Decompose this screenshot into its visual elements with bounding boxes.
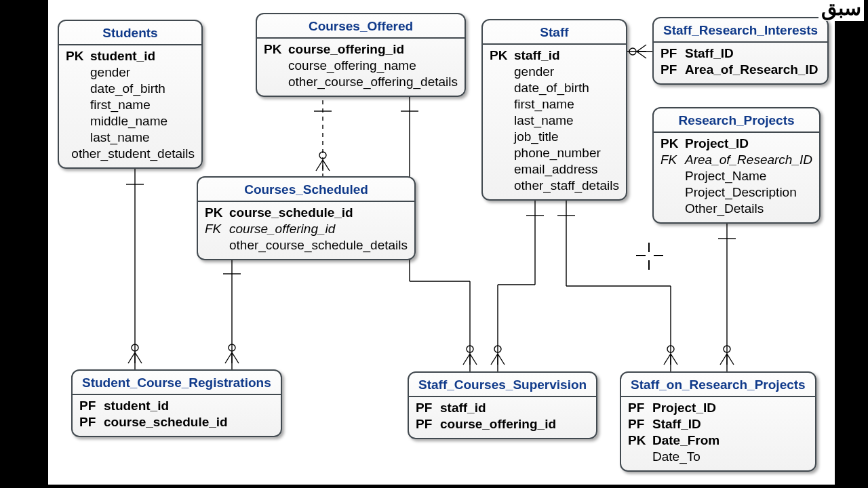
key-label [490, 113, 509, 129]
attribute-name: other_student_details [71, 146, 195, 162]
attribute-row: gender [490, 64, 619, 80]
attribute-name: Project_ID [652, 400, 716, 416]
entity-title: Staff_Courses_Supervision [409, 373, 596, 397]
key-label [490, 145, 509, 161]
crosshair-cursor-icon [636, 243, 663, 270]
key-label: PF [416, 400, 435, 416]
attribute-row: FKArea_of_Research_ID [660, 152, 812, 168]
attribute-row: phone_number [490, 145, 619, 161]
attribute-name: course_offering_id [229, 221, 335, 237]
key-label [490, 80, 509, 96]
svg-point-8 [319, 152, 326, 159]
entity-staff-courses-supervision[interactable]: Staff_Courses_Supervision PFstaff_idPFco… [408, 371, 597, 439]
entity-student-course-registrations[interactable]: Student_Course_Registrations PFstudent_i… [71, 369, 282, 437]
key-label: PF [628, 416, 647, 432]
attribute-row: last_name [490, 113, 619, 129]
entity-staff-research-interests[interactable]: Staff_Research_Interests PFStaff_IDPFAre… [652, 17, 829, 85]
attribute-row: PKstaff_id [490, 47, 619, 64]
key-label [205, 237, 224, 253]
svg-point-23 [667, 346, 674, 352]
key-label [490, 64, 509, 80]
key-label: FK [660, 152, 679, 168]
key-label: PK [205, 205, 224, 221]
attribute-row: other_staff_details [490, 178, 619, 194]
attribute-row: other_student_details [66, 146, 195, 162]
attribute-name: last_name [90, 129, 150, 146]
attribute-name: course_schedule_id [229, 205, 353, 221]
entity-title: Courses_Offered [257, 14, 465, 39]
svg-point-5 [229, 344, 235, 351]
attribute-row: PKstudent_id [66, 48, 195, 64]
key-label [660, 168, 679, 184]
attribute-row: other_course_offering_details [264, 74, 458, 90]
attribute-name: date_of_birth [514, 80, 589, 96]
attribute-row: last_name [66, 129, 195, 146]
attribute-row: Project_Description [660, 184, 812, 201]
attribute-name: course_schedule_id [104, 414, 228, 430]
attribute-name: email_address [514, 161, 598, 178]
key-label [660, 201, 679, 217]
entity-title: Students [59, 21, 201, 45]
attribute-row: first_name [490, 96, 619, 113]
attribute-row: gender [66, 64, 195, 81]
entity-staff[interactable]: Staff PKstaff_idgenderdate_of_birthfirst… [481, 19, 627, 201]
attribute-name: course_offering_id [288, 41, 404, 58]
attribute-name: course_offering_name [288, 58, 416, 74]
key-label: PK [264, 41, 283, 58]
key-label: PF [660, 45, 679, 62]
attribute-name: gender [514, 64, 554, 80]
key-label: PF [79, 414, 98, 430]
attribute-row: first_name [66, 97, 195, 113]
attribute-row: job_title [490, 129, 619, 145]
attribute-name: staff_id [440, 400, 486, 416]
attribute-row: PFstaff_id [416, 400, 589, 416]
attribute-name: first_name [514, 96, 574, 113]
attribute-name: first_name [90, 97, 151, 113]
attribute-row: PKcourse_offering_id [264, 41, 458, 58]
attribute-row: middle_name [66, 113, 195, 129]
key-label: PK [66, 48, 85, 64]
attribute-row: Date_To [628, 449, 808, 465]
key-label [264, 74, 283, 90]
svg-point-26 [724, 346, 730, 352]
watermark: سبق [818, 0, 864, 21]
key-label [264, 58, 283, 74]
attribute-name: middle_name [90, 113, 167, 129]
attribute-name: job_title [514, 129, 559, 145]
entity-courses-offered[interactable]: Courses_Offered PKcourse_offering_idcour… [256, 13, 466, 97]
key-label [66, 97, 85, 113]
attribute-name: student_id [90, 48, 155, 64]
key-label [490, 96, 509, 113]
key-label: FK [205, 221, 224, 237]
entity-research-projects[interactable]: Research_Projects PKProject_IDFKArea_of_… [652, 107, 821, 224]
attribute-name: Project_ID [685, 136, 749, 152]
key-label [66, 64, 85, 81]
attribute-name: last_name [514, 113, 574, 129]
svg-point-2 [132, 344, 138, 351]
entity-staff-on-research-projects[interactable]: Staff_on_Research_Projects PFProject_IDP… [620, 371, 816, 472]
attribute-row: PKProject_ID [660, 136, 812, 152]
attribute-name: other_course_schedule_details [229, 237, 408, 253]
attribute-row: FKcourse_offering_id [205, 221, 408, 237]
erd-canvas: Students PKstudent_idgenderdate_of_birth… [48, 0, 835, 485]
entity-courses-scheduled[interactable]: Courses_Scheduled PKcourse_schedule_idFK… [197, 176, 416, 260]
attribute-row: PFArea_of_Research_ID [660, 62, 821, 78]
attribute-name: Project_Description [685, 184, 797, 201]
attribute-row: date_of_birth [66, 81, 195, 97]
key-label [66, 81, 85, 97]
svg-point-18 [494, 346, 501, 352]
key-label: PK [490, 47, 509, 64]
entity-students[interactable]: Students PKstudent_idgenderdate_of_birth… [58, 20, 203, 169]
entity-title: Staff_Research_Interests [654, 18, 827, 43]
attribute-row: course_offering_name [264, 58, 458, 74]
attribute-name: Staff_ID [685, 45, 734, 62]
attribute-name: Area_of_Research_ID [685, 152, 812, 168]
attribute-name: other_staff_details [514, 178, 619, 194]
attribute-name: staff_id [514, 47, 560, 64]
attribute-name: student_id [104, 398, 169, 414]
attribute-name: Area_of_Research_ID [685, 62, 818, 78]
key-label [660, 184, 679, 201]
entity-title: Courses_Scheduled [198, 178, 414, 202]
attribute-name: Date_To [652, 449, 701, 465]
attribute-name: Project_Name [685, 168, 766, 184]
